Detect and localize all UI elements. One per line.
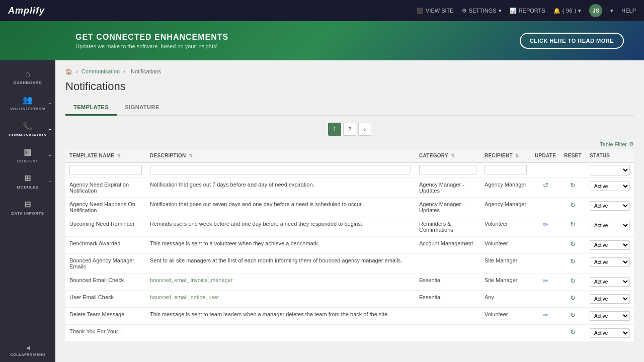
sidebar-item-content[interactable]: ▦ CONTENT –: [0, 142, 55, 168]
refresh-icon[interactable]: ↻: [570, 257, 576, 265]
refresh-icon[interactable]: ↻: [570, 221, 576, 228]
reset-icon[interactable]: ↺: [543, 182, 548, 189]
status-select[interactable]: ActiveInactive: [590, 277, 630, 287]
status-select[interactable]: ActiveInactive: [590, 182, 630, 191]
sort-icon-template[interactable]: ⇅: [117, 153, 121, 158]
cell-category: Account Management: [415, 237, 480, 254]
breadcrumb-home[interactable]: 🏠: [65, 68, 72, 74]
cell-reset: ↻: [560, 254, 586, 274]
page-2-button[interactable]: 2: [343, 123, 356, 136]
cell-recipient: Agency Manager: [480, 178, 531, 198]
help-button[interactable]: HELP: [621, 8, 636, 14]
sidebar-item-communication[interactable]: 📞 COMMUNICATION –: [0, 116, 55, 142]
bell-icon: 🔔: [553, 8, 560, 14]
filter-status[interactable]: Active Inactive: [590, 165, 630, 175]
reports-icon: 📊: [510, 8, 517, 14]
cell-template-name: User Email Check: [65, 291, 146, 308]
collapse-menu-button[interactable]: ◀ COLLAPSE MENU: [0, 340, 55, 362]
settings-chevron-icon: ▾: [499, 8, 502, 14]
sidebar-label-communication: COMMUNICATION: [9, 133, 47, 137]
status-select[interactable]: ActiveInactive: [590, 311, 630, 321]
status-select[interactable]: ActiveInactive: [590, 221, 630, 230]
cell-reset: ↻: [560, 291, 586, 308]
cell-category: [415, 325, 480, 342]
status-select[interactable]: ActiveInactive: [590, 201, 630, 211]
avatar[interactable]: JS: [589, 4, 602, 17]
filter-description[interactable]: [150, 165, 411, 174]
sidebar-item-dashboard[interactable]: ⌂ DASHBOARD: [0, 64, 55, 90]
refresh-icon[interactable]: ↻: [570, 311, 576, 319]
cell-description: Sent to all site managers at the first o…: [146, 254, 415, 274]
tab-signature[interactable]: SIGNATURE: [117, 100, 167, 116]
cell-status: ActiveInactive: [586, 274, 634, 291]
reports-button[interactable]: 📊 REPORTS: [510, 8, 545, 14]
sort-icon-desc[interactable]: ⇅: [189, 153, 193, 158]
table-row: Thank You For Your... ↻ ActiveInactive: [65, 325, 634, 342]
cell-update: ✏: [531, 274, 560, 291]
refresh-icon[interactable]: ↻: [570, 240, 576, 248]
cell-description: bounced_email_notice_user: [146, 291, 415, 308]
app-logo: Amplify: [8, 6, 45, 16]
refresh-icon[interactable]: ↻: [570, 201, 576, 209]
edit-icon[interactable]: ✏: [543, 311, 548, 319]
sort-icon-recipient[interactable]: ⇅: [515, 153, 519, 158]
cell-category: Agency Manager - Updates: [415, 178, 480, 198]
cell-reset: ↻: [560, 325, 586, 342]
topbar: Amplify ⬛ VIEW SITE ⚙ SETTINGS ▾ 📊 REPOR…: [0, 0, 644, 21]
table-row: Bounced Agency Manager Emails Sent to al…: [65, 254, 634, 274]
filter-row: Active Inactive: [65, 162, 634, 178]
view-site-button[interactable]: ⬛ VIEW SITE: [417, 8, 454, 14]
sidebar-item-modules[interactable]: ⊞ MODULES –: [0, 168, 55, 195]
banner-cta-button[interactable]: CLICK HERE TO READ MORE: [520, 33, 624, 49]
filter-label: Table Filter: [600, 141, 627, 147]
breadcrumb-parent[interactable]: Communication: [82, 68, 120, 74]
status-select[interactable]: ActiveInactive: [590, 240, 630, 250]
cell-template-name: Agency Need Expiration Notification: [65, 178, 146, 198]
refresh-icon[interactable]: ↻: [570, 294, 576, 302]
cell-category: Agency Manager - Updates: [415, 198, 480, 217]
filter-template-name[interactable]: [69, 165, 142, 174]
cell-recipient: Volunteer: [480, 237, 531, 254]
status-select[interactable]: ActiveInactive: [590, 294, 630, 304]
notifications-table: TEMPLATE NAME ⇅ DESCRIPTION ⇅ CATEGORY ⇅…: [65, 149, 634, 342]
sidebar-label-dashboard: DASHBOARD: [14, 80, 42, 85]
cell-reset: ↻: [560, 237, 586, 254]
banner-text: GET CONNECTED ENHANCEMENTS Updates we ma…: [75, 33, 228, 49]
sidebar-item-volunteerism[interactable]: 👥 VOLUNTEERISM –: [0, 90, 55, 116]
sidebar-label-data-imports: DATA IMPORTS: [11, 211, 44, 216]
filter-category[interactable]: [419, 165, 476, 174]
settings-icon: ⚙: [462, 8, 467, 14]
tab-templates[interactable]: TEMPLATES: [65, 100, 117, 116]
breadcrumb-sep2: ›: [123, 68, 127, 74]
page-1-button[interactable]: 1: [328, 123, 341, 136]
sidebar-item-data-imports[interactable]: ⊟ DATA IMPORTS: [0, 195, 55, 221]
cell-update: [531, 198, 560, 217]
filter-recipient[interactable]: [485, 165, 527, 174]
refresh-icon[interactable]: ↻: [570, 277, 576, 285]
page-title: Notifications: [65, 80, 634, 93]
table-filter-button[interactable]: Table Filter ⚙: [600, 141, 634, 147]
cell-update: ✏: [531, 308, 560, 325]
th-status: STATUS: [586, 149, 634, 162]
cell-recipient: Volunteer: [480, 217, 531, 237]
notifications-button[interactable]: 🔔 (96) ▾: [553, 8, 582, 14]
sidebar-label-content: CONTENT: [17, 159, 38, 163]
cell-template-name: Delete Team Message: [65, 308, 146, 325]
status-select[interactable]: ActiveInactive: [590, 257, 630, 267]
cell-reset: ↻: [560, 217, 586, 237]
avatar-chevron-icon[interactable]: ▾: [610, 8, 613, 14]
cell-recipient: [480, 325, 531, 342]
sort-icon-category[interactable]: ⇅: [451, 153, 455, 158]
cell-update: [531, 291, 560, 308]
table-filter-row: Table Filter ⚙: [65, 141, 634, 147]
table-row: Agency Need Expiration Notification Noti…: [65, 178, 634, 198]
status-select[interactable]: ActiveInactive: [590, 328, 630, 338]
next-page-button[interactable]: ›: [358, 123, 371, 136]
settings-button[interactable]: ⚙ SETTINGS ▾: [462, 8, 502, 14]
edit-icon[interactable]: ✏: [543, 221, 548, 228]
refresh-icon[interactable]: ↻: [570, 182, 576, 189]
breadcrumb: 🏠 › Communication › Notifications: [65, 68, 634, 75]
main-content: 🏠 › Communication › Notifications Notifi…: [55, 60, 644, 362]
edit-icon[interactable]: ✏: [543, 277, 548, 285]
refresh-icon[interactable]: ↻: [570, 328, 576, 336]
